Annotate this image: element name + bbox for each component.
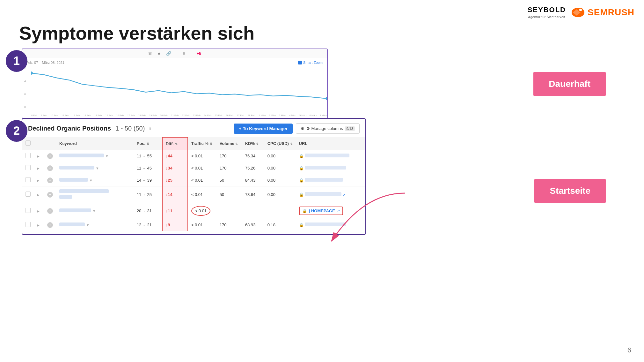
table-header-actions: + To Keyword Manager ⚙ ⚙ Manage columns … xyxy=(234,123,360,134)
table-count: 1 - 50 (50) xyxy=(115,125,145,132)
svg-point-4 xyxy=(31,72,33,75)
semrush-logo: SEMRUSH xyxy=(571,7,634,18)
th-kd: KD% ⇅ xyxy=(242,137,264,150)
td-add: + xyxy=(44,150,56,162)
columns-badge: 9/13 xyxy=(345,126,355,131)
chart-y-labels: 2 4 6 8 xyxy=(24,67,26,109)
chart-date-label: Feb. 07 – März 08, 2021 xyxy=(26,61,64,64)
table-row: ▶ + ▼ 14 → 39 ↓25 < 0.01 50 84.43 0.00 🔒 xyxy=(22,174,365,186)
td-traffic: < 0.01 xyxy=(188,162,216,174)
td-volume: 170 xyxy=(216,162,242,174)
info-icon: ℹ xyxy=(149,126,151,131)
th-url: URL xyxy=(296,137,365,150)
td-keyword: ▼ xyxy=(56,162,134,174)
td-checkbox xyxy=(22,150,34,162)
svg-point-3 xyxy=(579,9,582,11)
semrush-icon xyxy=(571,7,585,18)
td-add: + xyxy=(44,203,56,219)
td-keyword: ▼ xyxy=(56,150,134,162)
td-diff: ↓9 xyxy=(162,219,188,231)
th-volume: Volume ⇅ xyxy=(216,137,242,150)
td-expand: ▶ xyxy=(34,174,44,186)
td-keyword: ▼ xyxy=(56,203,134,219)
td-expand: ▶ xyxy=(34,186,44,203)
table-row: ▶ + ▼ 11 → 55 ↓44 < 0.01 170 76.34 0.00 … xyxy=(22,150,365,162)
td-keyword: ▼ xyxy=(56,174,134,186)
smart-zoom-label: Smart-Zoom xyxy=(298,61,323,64)
chart-screenshot: 🗑 ★ 🔗 8 +5 Feb. 07 – März 08, 2021 Smart… xyxy=(22,49,328,119)
td-cpc: 0.00 xyxy=(264,162,296,174)
homepage-link[interactable]: | HOMEPAGE xyxy=(309,208,335,213)
toolbar-separator: 8 xyxy=(183,51,185,56)
header-logos: SEYBOLD Agentur für Sichtbarkeit SEMRUSH xyxy=(528,6,634,19)
th-diff: Diff. ⇅ xyxy=(162,137,188,150)
td-kd: 73.64 xyxy=(242,186,264,203)
td-checkbox xyxy=(22,219,34,231)
td-cpc: 0.18 xyxy=(264,219,296,231)
manage-columns-button[interactable]: ⚙ ⚙ Manage columns 9/13 xyxy=(296,123,360,134)
td-pos: 12 → 21 xyxy=(134,219,162,231)
semrush-name: SEMRUSH xyxy=(588,7,634,18)
page-number: 6 xyxy=(627,346,631,354)
td-expand: ▶ xyxy=(34,219,44,231)
td-volume: 170 xyxy=(216,219,242,231)
page-title: Symptome verstärken sich xyxy=(19,22,254,44)
th-keyword: Keyword xyxy=(56,137,134,150)
homepage-url-box: 🔒 | HOMEPAGE ↗ xyxy=(299,207,343,215)
chart-line-svg xyxy=(31,67,327,108)
th-expand xyxy=(34,137,44,150)
td-volume: 50 xyxy=(216,174,242,186)
th-cpc: CPC (USD) ⇅ xyxy=(264,137,296,150)
td-add: + xyxy=(44,219,56,231)
toolbar-alert: +5 xyxy=(197,51,201,56)
td-cpc: 0.00 xyxy=(264,174,296,186)
td-checkbox xyxy=(22,162,34,174)
svg-point-5 xyxy=(326,97,327,100)
td-url: 🔒 xyxy=(296,219,365,231)
td-add: + xyxy=(44,174,56,186)
td-keyword xyxy=(56,186,134,203)
td-volume: 50 xyxy=(216,186,242,203)
table-title: Declined Organic Positions xyxy=(28,125,111,132)
seybold-name: SEYBOLD xyxy=(528,6,566,15)
td-diff: ↓44 xyxy=(162,150,188,162)
td-kd: 76.34 xyxy=(242,150,264,162)
keyword-manager-button[interactable]: + To Keyword Manager xyxy=(234,124,293,134)
table-row: ▶ + ▼ 20 → 31 ↓11 < 0.01 — — — 🔒 | HOMEP… xyxy=(22,203,365,219)
td-traffic: < 0.01 xyxy=(188,150,216,162)
chart-area: 2 4 6 8 xyxy=(22,67,327,109)
td-traffic: < 0.01 xyxy=(188,219,216,231)
td-checkbox xyxy=(22,174,34,186)
startseite-label: Startseite xyxy=(534,179,606,203)
td-add: + xyxy=(44,186,56,203)
td-checkbox xyxy=(22,186,34,203)
td-expand: ▶ xyxy=(34,203,44,219)
td-url-highlighted: 🔒 | HOMEPAGE ↗ xyxy=(296,203,365,219)
th-traffic: Traffic % ⇅ xyxy=(188,137,216,150)
lock-icon: 🔒 xyxy=(302,209,307,213)
table-row: ▶ + 11 → 25 ↓14 < 0.01 50 73.64 0.00 🔒 ↗ xyxy=(22,186,365,203)
td-volume: — xyxy=(216,203,242,219)
star-icon: ★ xyxy=(157,51,161,56)
td-pos: 11 → 45 xyxy=(134,162,162,174)
table-row: ▶ + ▼ 11 → 45 ↓34 < 0.01 170 75.26 0.00 … xyxy=(22,162,365,174)
th-checkbox xyxy=(22,137,34,150)
td-pos: 11 → 25 xyxy=(134,186,162,203)
select-all-checkbox[interactable] xyxy=(26,140,31,146)
td-url: 🔒 xyxy=(296,150,365,162)
chart-toolbar: 🗑 ★ 🔗 8 +5 xyxy=(22,49,327,58)
td-traffic: < 0.01 xyxy=(188,174,216,186)
seybold-subtitle: Agentur für Sichtbarkeit xyxy=(528,15,566,19)
td-cpc: 0.00 xyxy=(264,150,296,162)
chart-x-labels: 8.Feb. 9.Feb. 10.Feb. 11.Feb. 12.Feb. 13… xyxy=(31,114,327,117)
td-url: 🔒 ↗ xyxy=(296,186,365,203)
td-traffic: < 0.01 xyxy=(188,186,216,203)
td-pos: 14 → 39 xyxy=(134,174,162,186)
td-traffic-highlighted: < 0.01 xyxy=(188,203,216,219)
td-diff: ↓34 xyxy=(162,162,188,174)
td-url: 🔒 xyxy=(296,174,365,186)
gear-icon: ⚙ xyxy=(301,126,304,131)
td-kd: — xyxy=(242,203,264,219)
badge-2: 2 xyxy=(6,120,27,142)
th-pos: Pos. ⇅ xyxy=(134,137,162,150)
